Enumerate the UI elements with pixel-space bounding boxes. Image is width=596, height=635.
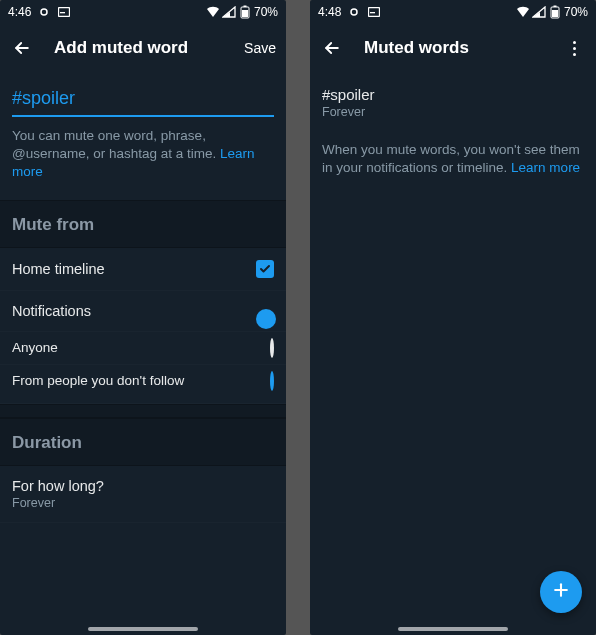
page-title: Add muted word xyxy=(54,38,188,58)
svg-rect-8 xyxy=(370,12,375,13)
svg-point-6 xyxy=(351,9,357,15)
radio-icon[interactable] xyxy=(270,338,274,358)
svg-rect-10 xyxy=(553,6,556,8)
battery-icon xyxy=(238,5,252,19)
row-value: Forever xyxy=(12,496,274,510)
svg-rect-4 xyxy=(243,6,246,8)
section-mute-from: Mute from xyxy=(0,200,286,248)
dot-icon xyxy=(347,5,361,19)
nav-pill xyxy=(88,627,198,631)
app-bar: Muted words xyxy=(310,24,596,72)
back-icon[interactable] xyxy=(10,36,34,60)
helper-text: You can mute one word, phrase, @username… xyxy=(12,117,274,200)
row-home-timeline[interactable]: Home timeline xyxy=(0,248,286,291)
row-not-follow[interactable]: From people you don't follow xyxy=(0,365,286,404)
learn-more-link[interactable]: Learn more xyxy=(511,160,580,175)
card-icon xyxy=(57,5,71,19)
checkbox-icon[interactable] xyxy=(256,260,274,278)
status-bar: 4:46 70% xyxy=(0,0,286,24)
row-anyone[interactable]: Anyone xyxy=(0,332,286,365)
plus-icon xyxy=(551,580,571,604)
svg-rect-11 xyxy=(552,10,558,17)
app-bar: Add muted word Save xyxy=(0,24,286,72)
radio-icon[interactable] xyxy=(270,371,274,391)
screen-muted-words: 4:48 70% Muted words xyxy=(310,0,596,635)
status-time: 4:48 xyxy=(318,5,341,19)
status-bar: 4:48 70% xyxy=(310,0,596,24)
dot-icon xyxy=(37,5,51,19)
signal-icon xyxy=(222,5,236,19)
status-time: 4:46 xyxy=(8,5,31,19)
row-notifications[interactable]: Notifications xyxy=(0,291,286,332)
row-label: From people you don't follow xyxy=(12,373,184,388)
back-icon[interactable] xyxy=(320,36,344,60)
wifi-icon xyxy=(206,5,220,19)
section-duration: Duration xyxy=(0,418,286,466)
save-button[interactable]: Save xyxy=(244,40,276,56)
muted-word-text: #spoiler xyxy=(322,86,584,103)
row-label: Home timeline xyxy=(12,261,105,277)
page-title: Muted words xyxy=(364,38,469,58)
add-button[interactable] xyxy=(540,571,582,613)
more-icon[interactable] xyxy=(562,36,586,60)
muted-word-item[interactable]: #spoiler Forever xyxy=(310,72,596,121)
nav-pill xyxy=(398,627,508,631)
description-text: When you mute words, you won't see them … xyxy=(310,121,596,177)
muted-word-duration: Forever xyxy=(322,105,584,119)
wifi-icon xyxy=(516,5,530,19)
screen-add-muted-word: 4:46 70% Add muted word Save xyxy=(0,0,286,635)
row-duration[interactable]: For how long? Forever xyxy=(0,466,286,523)
svg-rect-5 xyxy=(242,10,248,17)
svg-rect-2 xyxy=(60,12,65,13)
svg-point-0 xyxy=(41,9,47,15)
section-gap xyxy=(0,404,286,418)
muted-word-input[interactable] xyxy=(12,78,274,117)
signal-icon xyxy=(532,5,546,19)
status-battery: 70% xyxy=(254,5,278,19)
card-icon xyxy=(367,5,381,19)
status-battery: 70% xyxy=(564,5,588,19)
row-label: Anyone xyxy=(12,340,58,355)
battery-icon xyxy=(548,5,562,19)
row-label: For how long? xyxy=(12,478,274,494)
row-label: Notifications xyxy=(12,303,91,319)
